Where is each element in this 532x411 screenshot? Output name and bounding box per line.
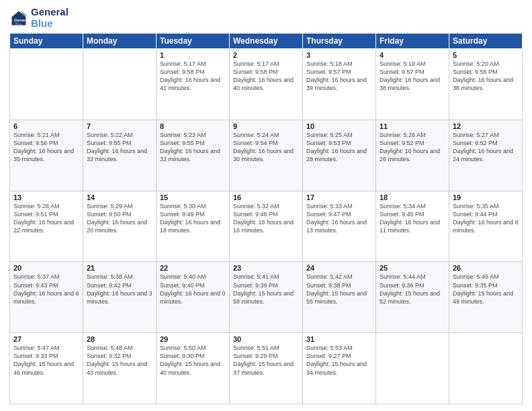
calendar-body: 1Sunrise: 5:17 AM Sunset: 9:58 PM Daylig… xyxy=(10,49,523,404)
weekday-header-friday: Friday xyxy=(376,34,449,49)
weekday-header-wednesday: Wednesday xyxy=(230,34,303,49)
calendar-cell: 16Sunrise: 5:32 AM Sunset: 9:48 PM Dayli… xyxy=(230,191,303,262)
day-detail: Sunrise: 5:41 AM Sunset: 9:39 PM Dayligh… xyxy=(233,273,299,306)
day-number: 18 xyxy=(380,193,445,201)
day-detail: Sunrise: 5:24 AM Sunset: 9:54 PM Dayligh… xyxy=(233,131,299,164)
calendar-cell xyxy=(10,49,83,120)
calendar-cell: 18Sunrise: 5:34 AM Sunset: 9:45 PM Dayli… xyxy=(376,191,449,262)
logo-text: General Blue xyxy=(31,7,69,29)
day-number: 6 xyxy=(13,122,79,130)
day-number: 20 xyxy=(13,264,79,272)
weekday-header-thursday: Thursday xyxy=(303,34,376,49)
day-number: 21 xyxy=(87,264,152,272)
calendar-cell: 11Sunrise: 5:26 AM Sunset: 9:52 PM Dayli… xyxy=(376,120,449,191)
day-detail: Sunrise: 5:51 AM Sunset: 9:29 PM Dayligh… xyxy=(233,344,299,377)
calendar-week-row: 13Sunrise: 5:28 AM Sunset: 9:51 PM Dayli… xyxy=(10,191,523,262)
calendar-header-row: SundayMondayTuesdayWednesdayThursdayFrid… xyxy=(10,34,523,49)
day-number: 19 xyxy=(453,193,519,201)
day-detail: Sunrise: 5:38 AM Sunset: 9:42 PM Dayligh… xyxy=(87,273,152,306)
day-detail: Sunrise: 5:48 AM Sunset: 9:32 PM Dayligh… xyxy=(87,344,152,377)
calendar-cell: 20Sunrise: 5:37 AM Sunset: 9:43 PM Dayli… xyxy=(10,262,83,333)
day-detail: Sunrise: 5:50 AM Sunset: 9:30 PM Dayligh… xyxy=(160,344,226,377)
calendar-cell: 19Sunrise: 5:35 AM Sunset: 9:44 PM Dayli… xyxy=(449,191,523,262)
day-detail: Sunrise: 5:25 AM Sunset: 9:53 PM Dayligh… xyxy=(306,131,372,164)
day-number: 23 xyxy=(233,264,299,272)
calendar-cell: 25Sunrise: 5:44 AM Sunset: 9:36 PM Dayli… xyxy=(376,262,449,333)
day-detail: Sunrise: 5:47 AM Sunset: 9:33 PM Dayligh… xyxy=(13,344,79,377)
day-number: 31 xyxy=(306,335,372,343)
day-detail: Sunrise: 5:37 AM Sunset: 9:43 PM Dayligh… xyxy=(13,273,79,306)
calendar-cell: 6Sunrise: 5:21 AM Sunset: 9:56 PM Daylig… xyxy=(10,120,83,191)
calendar-cell: 23Sunrise: 5:41 AM Sunset: 9:39 PM Dayli… xyxy=(230,262,303,333)
calendar-cell: 13Sunrise: 5:28 AM Sunset: 9:51 PM Dayli… xyxy=(10,191,83,262)
day-number: 22 xyxy=(160,264,226,272)
day-detail: Sunrise: 5:34 AM Sunset: 9:45 PM Dayligh… xyxy=(380,202,445,235)
calendar-cell: 30Sunrise: 5:51 AM Sunset: 9:29 PM Dayli… xyxy=(230,333,303,404)
calendar-week-row: 6Sunrise: 5:21 AM Sunset: 9:56 PM Daylig… xyxy=(10,120,523,191)
day-number: 13 xyxy=(13,193,79,201)
calendar-cell: 22Sunrise: 5:40 AM Sunset: 9:40 PM Dayli… xyxy=(157,262,230,333)
day-detail: Sunrise: 5:33 AM Sunset: 9:47 PM Dayligh… xyxy=(306,202,372,235)
day-detail: Sunrise: 5:27 AM Sunset: 9:52 PM Dayligh… xyxy=(453,131,519,164)
day-number: 7 xyxy=(87,122,152,130)
calendar-cell xyxy=(449,333,523,404)
calendar-cell: 5Sunrise: 5:20 AM Sunset: 9:56 PM Daylig… xyxy=(449,49,523,120)
day-detail: Sunrise: 5:19 AM Sunset: 9:57 PM Dayligh… xyxy=(380,60,445,93)
day-number: 1 xyxy=(160,51,226,59)
day-detail: Sunrise: 5:29 AM Sunset: 9:50 PM Dayligh… xyxy=(87,202,152,235)
day-number: 25 xyxy=(380,264,445,272)
day-number: 9 xyxy=(233,122,299,130)
calendar-week-row: 27Sunrise: 5:47 AM Sunset: 9:33 PM Dayli… xyxy=(10,333,523,404)
day-detail: Sunrise: 5:18 AM Sunset: 9:57 PM Dayligh… xyxy=(306,60,372,93)
day-detail: Sunrise: 5:21 AM Sunset: 9:56 PM Dayligh… xyxy=(13,131,79,164)
calendar-cell: 9Sunrise: 5:24 AM Sunset: 9:54 PM Daylig… xyxy=(230,120,303,191)
weekday-header-tuesday: Tuesday xyxy=(157,34,230,49)
day-number: 28 xyxy=(87,335,152,343)
day-detail: Sunrise: 5:26 AM Sunset: 9:52 PM Dayligh… xyxy=(380,131,445,164)
calendar-cell xyxy=(376,333,449,404)
day-detail: Sunrise: 5:40 AM Sunset: 9:40 PM Dayligh… xyxy=(160,273,226,306)
weekday-header-saturday: Saturday xyxy=(449,34,523,49)
day-number: 27 xyxy=(13,335,79,343)
day-number: 10 xyxy=(306,122,372,130)
day-detail: Sunrise: 5:30 AM Sunset: 9:49 PM Dayligh… xyxy=(160,202,226,235)
weekday-header-monday: Monday xyxy=(83,34,157,49)
calendar-cell: 31Sunrise: 5:53 AM Sunset: 9:27 PM Dayli… xyxy=(303,333,376,404)
calendar-cell: 15Sunrise: 5:30 AM Sunset: 9:49 PM Dayli… xyxy=(157,191,230,262)
day-detail: Sunrise: 5:53 AM Sunset: 9:27 PM Dayligh… xyxy=(306,344,372,377)
calendar-cell: 28Sunrise: 5:48 AM Sunset: 9:32 PM Dayli… xyxy=(83,333,157,404)
day-number: 12 xyxy=(453,122,519,130)
day-number: 26 xyxy=(453,264,519,272)
calendar-cell: 10Sunrise: 5:25 AM Sunset: 9:53 PM Dayli… xyxy=(303,120,376,191)
day-number: 5 xyxy=(453,51,519,59)
day-detail: Sunrise: 5:28 AM Sunset: 9:51 PM Dayligh… xyxy=(13,202,79,235)
day-detail: Sunrise: 5:22 AM Sunset: 9:55 PM Dayligh… xyxy=(87,131,152,164)
day-number: 29 xyxy=(160,335,226,343)
day-number: 11 xyxy=(380,122,445,130)
weekday-header-sunday: Sunday xyxy=(10,34,83,49)
calendar-cell: 17Sunrise: 5:33 AM Sunset: 9:47 PM Dayli… xyxy=(303,191,376,262)
day-number: 8 xyxy=(160,122,226,130)
calendar-cell: 24Sunrise: 5:42 AM Sunset: 9:38 PM Dayli… xyxy=(303,262,376,333)
calendar-cell: 8Sunrise: 5:23 AM Sunset: 9:55 PM Daylig… xyxy=(157,120,230,191)
calendar-cell xyxy=(83,49,157,120)
day-detail: Sunrise: 5:20 AM Sunset: 9:56 PM Dayligh… xyxy=(453,60,519,93)
day-number: 2 xyxy=(233,51,299,59)
day-number: 14 xyxy=(87,193,152,201)
calendar-cell: 26Sunrise: 5:45 AM Sunset: 9:35 PM Dayli… xyxy=(449,262,523,333)
calendar-table: SundayMondayTuesdayWednesdayThursdayFrid… xyxy=(9,33,523,404)
calendar-week-row: 20Sunrise: 5:37 AM Sunset: 9:43 PM Dayli… xyxy=(10,262,523,333)
day-number: 3 xyxy=(306,51,372,59)
day-number: 16 xyxy=(233,193,299,201)
day-detail: Sunrise: 5:17 AM Sunset: 9:58 PM Dayligh… xyxy=(233,60,299,93)
logo-icon: General Blue xyxy=(9,9,28,28)
calendar-week-row: 1Sunrise: 5:17 AM Sunset: 9:58 PM Daylig… xyxy=(10,49,523,120)
calendar-cell: 12Sunrise: 5:27 AM Sunset: 9:52 PM Dayli… xyxy=(449,120,523,191)
day-detail: Sunrise: 5:42 AM Sunset: 9:38 PM Dayligh… xyxy=(306,273,372,306)
calendar-cell: 1Sunrise: 5:17 AM Sunset: 9:58 PM Daylig… xyxy=(157,49,230,120)
day-detail: Sunrise: 5:35 AM Sunset: 9:44 PM Dayligh… xyxy=(453,202,519,235)
day-detail: Sunrise: 5:44 AM Sunset: 9:36 PM Dayligh… xyxy=(380,273,445,306)
day-number: 15 xyxy=(160,193,226,201)
calendar-cell: 2Sunrise: 5:17 AM Sunset: 9:58 PM Daylig… xyxy=(230,49,303,120)
day-detail: Sunrise: 5:23 AM Sunset: 9:55 PM Dayligh… xyxy=(160,131,226,164)
